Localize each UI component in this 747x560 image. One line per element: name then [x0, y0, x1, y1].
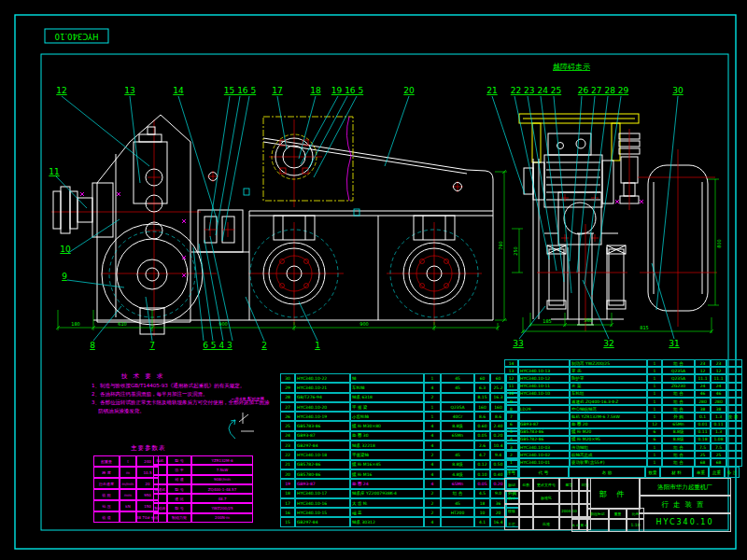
bom-material: 45 — [441, 383, 474, 392]
bom-unit-wt: 0.12 — [474, 460, 490, 469]
bom-item-no: 29 — [280, 383, 295, 392]
callout-22-25: 22 23 24 25 — [511, 86, 561, 95]
bom-remark — [726, 428, 742, 436]
bom-remark — [726, 383, 742, 390]
bom-name: 轴 — [350, 373, 424, 383]
bom-total-wt: 38 — [711, 405, 726, 413]
gearbox-motor — [97, 115, 218, 322]
bom-item-no: 6 — [504, 421, 518, 428]
param-row: 跨 度 m 10.5 — [93, 467, 159, 478]
bom-qty: 1 — [647, 374, 662, 382]
bom-total-wt: 23 — [711, 359, 726, 367]
bom-row: 29 HYC340.10-21 车轮轴 4 45 6.3 25.2 — [280, 383, 520, 392]
callout-30: 30 — [672, 86, 684, 95]
bom-row: 15 GB297-84 轴承 30312 4 4.1 16.4 — [280, 517, 520, 526]
bom-header-total-wt: 总重 — [709, 467, 725, 478]
bom-material: 组 合 — [662, 458, 695, 466]
bom-qty: 6 — [647, 436, 662, 443]
bom-unit-wt: 4.5 — [474, 489, 490, 498]
bom-qty: 4 — [424, 441, 441, 450]
bom-item-no: 30 — [280, 373, 295, 383]
bom-unit-wt: 46 — [695, 390, 711, 398]
bom-unit-wt: 23 — [695, 359, 711, 367]
bom-qty: 2 — [424, 498, 441, 508]
bom-material — [441, 441, 474, 450]
stage-weight-scale-values: 1:10 — [586, 518, 644, 532]
bom-row: 23 GB297-84 轴承 32218 4 2.6 10.4 — [280, 441, 520, 450]
bom-code: LD29 — [518, 405, 570, 413]
bom-qty: 1 — [647, 390, 662, 398]
bom-unit-wt: 4.7 — [474, 450, 490, 459]
param-row: 速 比 48.7 — [153, 494, 253, 503]
param-group: 制动器 — [153, 503, 167, 512]
bom-material: 8.8级 — [662, 428, 695, 436]
param-group: 减速机 — [153, 484, 167, 494]
part-kind-cell: 部 件 — [586, 478, 641, 510]
bom-header-unit-wt: 单重 — [693, 467, 709, 478]
bom-qty: 1 — [647, 443, 662, 451]
bom-code: GB93-87 — [295, 479, 350, 488]
bom-code: HYC340.10-02 — [518, 451, 570, 458]
bom-name: 联轴器总成 — [570, 451, 647, 458]
bom-row: 20 GB5780-86 螺 栓 M16 4 4.8级 0.10 0.40 — [280, 469, 520, 479]
bom-item-no: 1 — [504, 458, 518, 466]
bom-header: 序号 代 号 名 称 数量 材 料 单重 总重 备 注 — [504, 467, 740, 478]
callout-12: 12 — [56, 86, 66, 95]
bom-unit-wt: 38 — [695, 405, 711, 413]
bom-remark — [726, 359, 742, 367]
bom-qty: 4 — [424, 479, 441, 488]
bom-row: 26 HYC340.10-19 小齿轮轴 1 40Cr 8.6 8.6 — [280, 412, 520, 421]
bom-code: HYC340.10-17 — [295, 489, 350, 498]
stage-value — [586, 518, 609, 532]
bom-name: 垫 圈 24 — [350, 479, 424, 488]
callout-33: 33 — [513, 339, 523, 348]
tb-cell — [519, 491, 533, 504]
tb-cell: 设计 — [504, 491, 519, 504]
bom-row: 22 HYC340.10-18 平衡梁轴 2 45 4.7 9.4 — [280, 450, 520, 459]
bom-name: 传动轴组 — [570, 443, 647, 451]
bom-name: 螺 栓 M20 — [570, 428, 647, 436]
dim-text: 180 — [71, 321, 80, 327]
tb-cell: 批准 — [533, 517, 559, 530]
bom-total-wt: 7.5 — [711, 443, 726, 451]
bom-qty: 1 — [647, 367, 662, 374]
param-row: 轮 压 kN 150 — [93, 500, 159, 511]
bom-unit-wt: 12 — [695, 367, 711, 374]
bom-material — [441, 517, 474, 526]
param-group — [153, 513, 167, 523]
bom-total-wt: 24 — [711, 383, 726, 390]
bom-name: 平衡梁轴 — [350, 450, 424, 459]
tb-cell: 工艺 — [504, 517, 519, 530]
param-row: 轨 距 mm 950 — [93, 489, 159, 500]
note-line-4: 防锈油后涂漆发货。 — [92, 407, 145, 415]
param-group — [153, 465, 167, 474]
weight-value — [609, 518, 627, 532]
dim-text: 185 — [543, 318, 552, 324]
bom-item-no: 23 — [280, 441, 295, 450]
callout-32: 32 — [603, 339, 613, 348]
bom-item-no: 24 — [280, 431, 295, 441]
param-label: 起重量 — [93, 455, 120, 467]
transfer-bracket — [191, 210, 249, 252]
bom-item-no: 25 — [280, 421, 295, 430]
bom-material: ZG230 — [662, 383, 695, 390]
bom-code: GB5783-86 — [295, 421, 350, 430]
bom-name: 轴承 32218 — [350, 441, 424, 450]
bom-code: GB93-87 — [295, 431, 350, 441]
bom-unit-wt: 60 — [474, 373, 490, 383]
param-field: 型 号 — [167, 455, 191, 465]
bom-row: 30 HYC340.10-22 轴 1 45 60 60 — [280, 373, 520, 383]
bom-qty: 1 — [647, 359, 662, 367]
bom-qty: 1 — [647, 398, 662, 405]
bom-name: 车轮组 — [570, 390, 647, 398]
callout-21: 21 — [486, 86, 497, 95]
bom-code: HYC340.10-03 — [518, 443, 570, 451]
bom-material: 组 合 — [662, 398, 695, 405]
bom-qty: 4 — [424, 383, 441, 392]
param-label: 轨 距 — [93, 489, 120, 500]
bom-code: HYC340.10-18 — [295, 450, 350, 459]
bom-qty: 2 — [424, 393, 441, 402]
bom-name: 大 齿 轮 — [350, 498, 424, 508]
bom-qty: 1 — [647, 451, 662, 458]
bom-unit-wt: 4.1 — [474, 517, 490, 526]
